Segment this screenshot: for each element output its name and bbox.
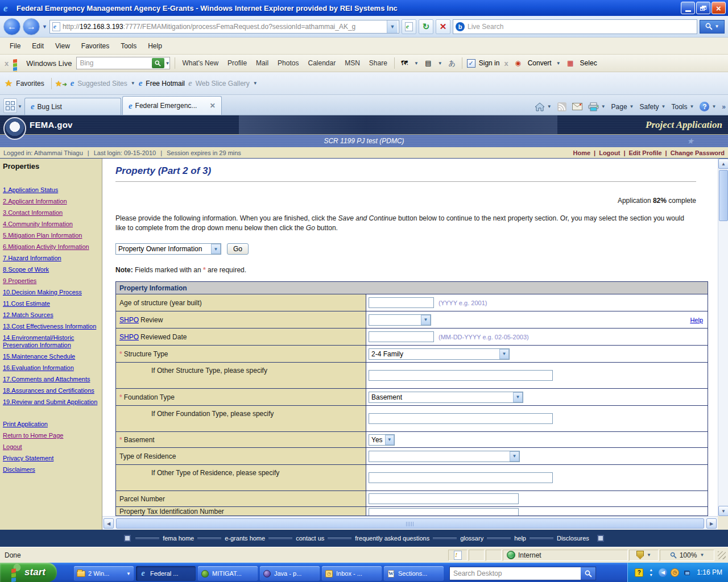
chevron-down-icon[interactable]: ▼ bbox=[499, 349, 509, 359]
news-dropdown[interactable]: ▼ bbox=[438, 61, 442, 66]
scroll-right-arrow[interactable]: ▶ bbox=[706, 518, 717, 529]
read-mail-button[interactable] bbox=[572, 103, 582, 110]
taskbar-item-sections[interactable]: W Sections... bbox=[384, 566, 444, 581]
privacy-statement-link[interactable]: Privacy Statement bbox=[3, 455, 100, 462]
taskbar-item-inbox[interactable]: ◷ Inbox - ... bbox=[322, 566, 382, 581]
sidebar-item-cost-estimate[interactable]: 11.Cost Estimate bbox=[3, 300, 100, 307]
address-dropdown[interactable]: ▼ bbox=[387, 20, 398, 33]
menu-file[interactable]: File bbox=[5, 40, 26, 52]
foundation-type-select[interactable]: Basement▼ bbox=[369, 392, 523, 403]
search-options-dropdown[interactable]: ▼ bbox=[715, 24, 719, 29]
home-link[interactable]: Home bbox=[573, 149, 591, 156]
vertical-scrollbar[interactable]: ▲ ▼ bbox=[718, 159, 728, 516]
sidebar-item-environmental-historic[interactable]: 14.Environmental/Historic Preservation I… bbox=[3, 334, 100, 349]
live-link-profile[interactable]: Profile bbox=[225, 59, 249, 67]
select-label[interactable]: Selec bbox=[580, 59, 597, 67]
toolbar-overflow-chevron[interactable]: » bbox=[722, 103, 726, 111]
shpo-review-select[interactable]: ▼ bbox=[369, 314, 431, 326]
go-button[interactable]: Go bbox=[227, 243, 249, 255]
footer-contact-us-link[interactable]: contact us bbox=[292, 535, 328, 542]
search-desktop-button[interactable] bbox=[581, 567, 595, 580]
scroll-left-arrow[interactable]: ◀ bbox=[104, 518, 114, 529]
help-link[interactable]: Help bbox=[690, 317, 703, 323]
sidebar-item-cost-effectiveness[interactable]: 13.Cost Effectiveness Information bbox=[3, 323, 100, 330]
sidebar-item-mitigation-plan[interactable]: 5.Mitigation Plan Information bbox=[3, 232, 100, 239]
tab-bug-list[interactable]: e Bug List bbox=[24, 98, 121, 115]
shpo-reviewed-date-input[interactable] bbox=[369, 331, 434, 342]
add-favorite-icon[interactable]: ★➜ bbox=[55, 79, 67, 88]
news-icon[interactable]: ▤ bbox=[423, 59, 433, 68]
other-structure-type-input[interactable] bbox=[369, 370, 553, 381]
outlook-reminder-tray-icon[interactable]: ◷ bbox=[671, 568, 679, 577]
url-text[interactable]: http://192.168.3.193:7777/FEMAMitigation… bbox=[63, 23, 384, 31]
taskbar-item-java[interactable]: Java - p... bbox=[260, 566, 320, 581]
zoom-control[interactable]: 100% ▼ bbox=[660, 550, 714, 561]
show-hidden-icons[interactable]: ▴▾ bbox=[647, 568, 655, 577]
footer-help-link[interactable]: help bbox=[511, 535, 530, 542]
free-hotmail-link[interactable]: Free Hotmail bbox=[146, 80, 185, 88]
sidebar-item-contact-information[interactable]: 3.Contact Information bbox=[3, 209, 100, 217]
structure-type-select[interactable]: 2-4 Family▼ bbox=[369, 348, 510, 360]
taskbar-item-federal[interactable]: e Federal ... bbox=[136, 566, 196, 581]
sidebar-item-maintenance-schedule[interactable]: 15.Maintenance Schedule bbox=[3, 353, 100, 360]
help-button[interactable]: ? ▼ bbox=[700, 102, 716, 111]
sidebar-item-evaluation-information[interactable]: 16.Evaluation Information bbox=[3, 364, 100, 372]
chevron-down-icon[interactable]: ▼ bbox=[700, 552, 704, 558]
sidebar-item-hazard-information[interactable]: 7.Hazard Information bbox=[3, 255, 100, 262]
scroll-down-arrow[interactable]: ▼ bbox=[718, 506, 728, 516]
network-tray-icon[interactable] bbox=[682, 568, 691, 577]
live-link-calendar[interactable]: Calendar bbox=[305, 59, 338, 67]
group-dropdown[interactable]: ▼ bbox=[126, 571, 131, 576]
age-of-structure-input[interactable] bbox=[369, 297, 434, 308]
footer-fema-home-link[interactable]: fema home bbox=[159, 535, 197, 542]
property-tax-id-input[interactable] bbox=[369, 508, 519, 516]
page-menu[interactable]: Page▼ bbox=[611, 103, 634, 111]
quick-tabs-button[interactable] bbox=[3, 98, 17, 113]
restore-button[interactable] bbox=[696, 2, 710, 14]
back-button[interactable]: ← bbox=[3, 18, 20, 35]
footer-faq-link[interactable]: frequently asked questions bbox=[351, 535, 433, 542]
scroll-up-arrow[interactable]: ▲ bbox=[718, 159, 728, 169]
menu-tools[interactable]: Tools bbox=[115, 40, 142, 52]
java-update-tray-icon[interactable]: ? bbox=[635, 568, 643, 577]
tab-list-dropdown[interactable]: ▼ bbox=[18, 104, 22, 109]
sidebar-item-application-status[interactable]: 1.Application Status bbox=[3, 186, 100, 194]
shpo-link[interactable]: SHPO bbox=[119, 333, 139, 341]
start-button[interactable]: start bbox=[0, 563, 57, 582]
stop-button[interactable]: ✕ bbox=[436, 19, 450, 34]
bing-search-button[interactable] bbox=[152, 58, 164, 68]
other-foundation-type-input[interactable] bbox=[369, 413, 553, 424]
footer-glossary-link[interactable]: glossary bbox=[457, 535, 487, 542]
basement-select[interactable]: Yes▼ bbox=[369, 434, 395, 446]
sidebar-item-mitigation-activity[interactable]: 6.Mitigation Activity Information bbox=[3, 243, 100, 251]
tab-federal-emergency[interactable]: e Federal Emergenc... ✕ bbox=[122, 96, 222, 115]
compatibility-view-button[interactable]: e bbox=[402, 19, 416, 34]
live-link-photos[interactable]: Photos bbox=[275, 59, 301, 67]
edit-profile-link[interactable]: Edit Profile bbox=[629, 149, 662, 156]
footer-disclosures-link[interactable]: Disclosures bbox=[553, 535, 593, 542]
resize-grip[interactable] bbox=[718, 551, 726, 559]
menu-view[interactable]: View bbox=[50, 40, 75, 52]
logout-sidebar-link[interactable]: Logout bbox=[3, 443, 100, 451]
collapse-tray-icon[interactable]: ◀ bbox=[659, 568, 667, 577]
live-link-share[interactable]: Share bbox=[367, 59, 390, 67]
bing-dropdown[interactable]: ▼ bbox=[166, 61, 170, 66]
tab-close-icon[interactable]: ✕ bbox=[210, 102, 216, 110]
logout-link[interactable]: Logout bbox=[599, 149, 620, 156]
live-link-msn[interactable]: MSN bbox=[342, 59, 362, 67]
horizontal-scroll-thumb[interactable] bbox=[116, 518, 704, 529]
sidebar-item-assurances-certifications[interactable]: 18.Assurances and Certifications bbox=[3, 387, 100, 394]
chevron-down-icon[interactable]: ▼ bbox=[513, 392, 523, 402]
sidebar-item-comments-attachments[interactable]: 17.Comments and Attachments bbox=[3, 376, 100, 383]
search-desktop-input[interactable]: Search Desktop bbox=[449, 567, 596, 580]
type-of-residence-select[interactable]: ▼ bbox=[369, 451, 520, 462]
taskbar-group-windows[interactable]: 2 Win... ▼ bbox=[74, 566, 134, 581]
return-home-link[interactable]: Return to Home Page bbox=[3, 432, 100, 439]
refresh-button[interactable]: ↻ bbox=[419, 19, 433, 34]
map-dropdown[interactable]: ▼ bbox=[414, 61, 419, 66]
favorites-star-icon[interactable]: ★ bbox=[5, 78, 13, 89]
sidebar-item-community-information[interactable]: 4.Community Information bbox=[3, 221, 100, 228]
sidebar-item-decision-making[interactable]: 10.Decision Making Process bbox=[3, 289, 100, 296]
sign-in-button[interactable]: ✓ Sign in bbox=[467, 59, 500, 68]
chevron-down-icon[interactable]: ▼ bbox=[421, 315, 431, 325]
